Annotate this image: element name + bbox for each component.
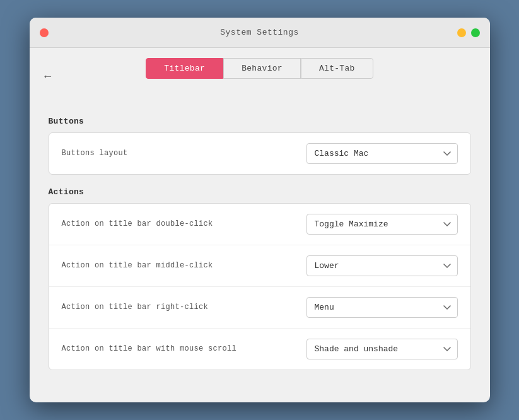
- buttons-layout-row: Buttons layout Classic Mac GNOME Left Ri…: [49, 133, 470, 174]
- right-click-select[interactable]: Menu Lower Toggle Maximize Minimize None: [306, 297, 458, 318]
- buttons-layout-select[interactable]: Classic Mac GNOME Left Right: [306, 143, 458, 164]
- middle-click-row: Action on title bar middle-click Lower T…: [49, 245, 470, 287]
- maximize-button[interactable]: [471, 28, 480, 37]
- double-click-row: Action on title bar double-click Toggle …: [49, 204, 470, 245]
- double-click-label: Action on title bar double-click: [62, 219, 306, 230]
- window-controls: [40, 28, 49, 37]
- minimize-button[interactable]: [457, 28, 466, 37]
- tab-behavior[interactable]: Behavior: [223, 58, 301, 79]
- window-titlebar: System Settings: [30, 18, 490, 48]
- middle-click-label: Action on title bar middle-click: [62, 260, 306, 271]
- tab-alt-tab[interactable]: Alt-Tab: [301, 58, 373, 79]
- window-title: System Settings: [220, 28, 299, 37]
- right-click-row: Action on title bar right-click Menu Low…: [49, 287, 470, 329]
- buttons-section-title: Buttons: [49, 117, 471, 126]
- scroll-select[interactable]: Shade and unshade Toggle Maximize Lower …: [306, 339, 458, 359]
- nav-area: ← Titlebar Behavior Alt-Tab: [30, 48, 490, 104]
- system-settings-window: System Settings ← Titlebar Behavior Alt-…: [30, 18, 490, 402]
- buttons-layout-label: Buttons layout: [62, 148, 306, 159]
- actions-card: Action on title bar double-click Toggle …: [49, 203, 471, 370]
- main-content: Buttons Buttons layout Classic Mac GNOME…: [30, 104, 490, 402]
- middle-click-select[interactable]: Lower Toggle Maximize Minimize None Menu: [306, 255, 458, 276]
- actions-section-title: Actions: [49, 187, 471, 197]
- right-click-label: Action on title bar right-click: [62, 302, 306, 313]
- scroll-label: Action on title bar with mouse scroll: [62, 344, 306, 354]
- double-click-select[interactable]: Toggle Maximize Minimize Lower None Menu: [306, 214, 458, 235]
- tab-titlebar[interactable]: Titlebar: [146, 58, 223, 79]
- buttons-card: Buttons layout Classic Mac GNOME Left Ri…: [49, 132, 471, 175]
- close-button[interactable]: [40, 28, 49, 37]
- back-button[interactable]: ←: [40, 67, 56, 85]
- scroll-row: Action on title bar with mouse scroll Sh…: [49, 329, 470, 370]
- tab-bar: Titlebar Behavior Alt-Tab: [146, 53, 373, 84]
- window-controls-right: [457, 28, 480, 37]
